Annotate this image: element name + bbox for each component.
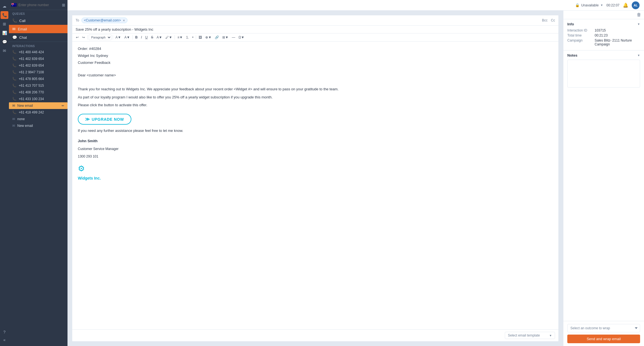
interaction-number: +61 433 100 234	[19, 97, 44, 101]
email-label: Email	[18, 27, 27, 31]
list-item[interactable]: ✉ none	[9, 116, 67, 122]
body-para1: Thank you for reaching out to Widgets In…	[78, 86, 553, 92]
info-row-total-time: Total time 00:21:23	[567, 33, 640, 37]
email-template-select[interactable]: Select email template ▼	[505, 332, 555, 339]
notes-title: Notes	[567, 53, 577, 57]
highlight-button[interactable]: 🖊▼	[164, 35, 173, 40]
lock-icon: 🔒	[575, 3, 580, 7]
cc-button[interactable]: Cc	[551, 18, 555, 22]
phone-int-icon: 📞	[12, 110, 16, 114]
email-body[interactable]: Order: #40284 Widget Inc Sydney Customer…	[72, 42, 558, 329]
timer-display: 00:22:07	[606, 3, 619, 7]
left-nav: ☁ 📞 ⊞ 📊 💬 ✉ ? «	[0, 0, 9, 346]
list-item[interactable]: 📞 +61 400 446 424	[9, 49, 67, 55]
insert-button[interactable]: ⊕▼	[204, 35, 213, 40]
italic-button[interactable]: I	[139, 35, 143, 40]
upgrade-now-button[interactable]: ≫ UPGRADE NOW	[78, 114, 131, 125]
body-para4: If you need any further assistance pleas…	[78, 128, 553, 134]
phone-int-icon: 📞	[12, 97, 16, 101]
sidebar-item-call[interactable]: 📞 Call	[9, 16, 67, 25]
info-title: Info	[567, 22, 574, 26]
chart-icon[interactable]: 📊	[1, 29, 8, 37]
to-label: To	[76, 18, 79, 22]
grid-icon[interactable]: ⊞	[1, 20, 8, 28]
table-button[interactable]: ⊞▼	[221, 35, 230, 40]
phone-input[interactable]	[18, 3, 60, 7]
list-item[interactable]: 📞 +61 433 100 234	[9, 96, 67, 102]
list-item[interactable]: 📞 +61 418 499 242	[9, 109, 67, 116]
strikethrough-button[interactable]: S	[149, 35, 155, 40]
bcc-button[interactable]: Bcc	[542, 18, 547, 22]
list-item[interactable]: 📞 +61 402 839 654	[9, 55, 67, 62]
interaction-number: none	[17, 117, 25, 121]
sidebar-item-email[interactable]: ✉ Email	[9, 25, 67, 33]
info-row-campaign: Campaign Sales Blitz- 2111 Nurture Campa…	[567, 38, 640, 46]
status-indicator[interactable]: 🔒 Unavailable ▼	[575, 3, 603, 7]
grid-top-icon[interactable]: ⊞	[62, 3, 65, 7]
widgets-logo: ⚙ Widgets Inc.	[78, 163, 553, 181]
bold-button[interactable]: B	[134, 35, 139, 40]
special-char-button[interactable]: Ω▼	[237, 35, 246, 40]
unordered-list-button[interactable]: •	[191, 35, 195, 40]
paragraph-style-select[interactable]: Paragraph	[89, 35, 112, 40]
interaction-number: +61 418 499 242	[19, 110, 44, 114]
interaction-number: +61 478 805 664	[19, 77, 44, 81]
chat-label: Chat	[19, 35, 27, 40]
trash-icon[interactable]: 🗑	[637, 12, 641, 17]
ordered-list-button[interactable]: 1.	[185, 35, 190, 40]
toolbar-divider	[87, 35, 88, 40]
outcome-select[interactable]: Select an outcome to wrap	[567, 324, 640, 332]
remove-to-button[interactable]: ✕	[123, 19, 125, 22]
status-label: Unavailable	[581, 3, 599, 7]
notes-textarea[interactable]	[567, 60, 640, 88]
list-item[interactable]: ✉ New email	[9, 122, 67, 129]
avatar[interactable]: AL	[632, 1, 640, 9]
email-signature: John Smith Customer Service Manager 1300…	[78, 138, 553, 159]
composer-subject: Save 25% off a yearly subscription - Wid…	[72, 26, 558, 33]
link-button[interactable]: 🔗	[213, 35, 220, 40]
list-item[interactable]: 📞 +61 2 9947 7108	[9, 69, 67, 76]
underline-button[interactable]: U	[144, 35, 149, 40]
list-item[interactable]: 📞 +61 408 206 770	[9, 89, 67, 96]
body-para3: Please click the button to activate this…	[78, 102, 553, 108]
list-item[interactable]: 📞 +61 478 805 664	[9, 76, 67, 82]
topbar: 🔒 Unavailable ▼ 00:22:07 🔔 AL	[67, 0, 644, 11]
notification-icon[interactable]: 🔔	[623, 3, 628, 8]
send-wrap-button[interactable]: Send and wrap email	[567, 335, 640, 343]
phone-int-icon: 📞	[12, 57, 16, 61]
list-item-new-email-highlighted[interactable]: ✉ New email ✏	[9, 102, 67, 109]
notes-chevron-icon[interactable]: ▼	[637, 54, 640, 57]
align-button[interactable]: ≡▼	[176, 35, 184, 40]
email-sidebar-icon: ✉	[12, 27, 16, 31]
undo-button[interactable]: ↩	[74, 35, 80, 40]
phone-int-icon: 📞	[12, 77, 16, 81]
question-icon[interactable]: ?	[1, 328, 8, 336]
list-item[interactable]: 📞 +61 402 839 654	[9, 62, 67, 69]
right-panel: 🗑 Info ▼ Interaction ID 103715 Total tim…	[563, 11, 644, 346]
right-panel-bottom: Select an outcome to wrap Send and wrap …	[563, 321, 644, 346]
font-color-button[interactable]: A▼	[123, 35, 131, 40]
chevron-left-icon[interactable]: «	[1, 336, 8, 344]
email-nav-icon[interactable]: ✉	[1, 47, 8, 55]
image-button[interactable]: 🖼	[197, 35, 203, 40]
interaction-id-label: Interaction ID	[567, 28, 592, 32]
hr-button[interactable]: —	[230, 35, 237, 40]
chat-bubble-icon[interactable]: 💬	[1, 38, 8, 46]
redo-button[interactable]: ↪	[81, 35, 86, 40]
font-size-button[interactable]: A▼	[114, 35, 122, 40]
email-compose-area: To <Customer@email.com> ✕ Bcc Cc Save 25…	[67, 11, 563, 346]
info-chevron-icon[interactable]: ▼	[637, 23, 640, 26]
formatting-toolbar: ↩ ↪ Paragraph A▼ A▼ B I U S A▼ 🖊▼	[72, 33, 558, 42]
widgets-brand-name: Widgets Inc.	[78, 175, 101, 181]
cloud-icon[interactable]: ☁	[1, 2, 8, 10]
list-item[interactable]: 📞 +61 413 707 515	[9, 82, 67, 89]
right-panel-top: 🗑	[563, 11, 644, 19]
interactions-label: INTERACTIONS	[9, 42, 67, 49]
phone-int-icon: 📞	[12, 64, 16, 67]
text-color-button[interactable]: A▼	[155, 35, 163, 40]
email-composer: To <Customer@email.com> ✕ Bcc Cc Save 25…	[72, 15, 559, 342]
info-row-interaction-id: Interaction ID 103715	[567, 28, 640, 32]
phone-icon[interactable]: 📞	[1, 11, 8, 19]
content-area: To <Customer@email.com> ✕ Bcc Cc Save 25…	[67, 11, 644, 346]
sidebar-item-chat[interactable]: 💬 Chat	[9, 33, 67, 42]
